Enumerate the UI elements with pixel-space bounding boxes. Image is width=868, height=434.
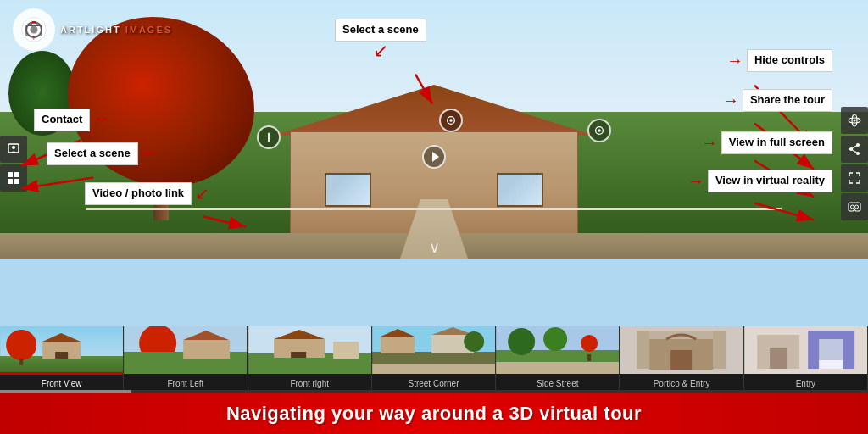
pano-bg-front-view bbox=[0, 326, 123, 374]
vr-button[interactable] bbox=[841, 193, 868, 220]
hotspot-left[interactable] bbox=[257, 125, 281, 149]
svg-rect-45 bbox=[333, 342, 359, 359]
annotation-select-scene-left: Select a scene → bbox=[47, 142, 159, 165]
thumb-img-front-view bbox=[0, 326, 123, 377]
left-controls bbox=[0, 136, 27, 192]
annotation-video-photo: Video / photo link ↙ bbox=[85, 182, 209, 205]
thumbnail-front-left[interactable]: Front Left bbox=[124, 326, 248, 390]
svg-line-17 bbox=[851, 145, 858, 149]
annotation-select-scene-top-label: Select a scene bbox=[335, 19, 426, 42]
gyro-button[interactable] bbox=[841, 107, 868, 134]
app-container: i ARTLIGHT IMAGES bbox=[0, 0, 868, 434]
panorama-area[interactable]: i ARTLIGHT IMAGES bbox=[0, 0, 868, 326]
annotation-contact-label: Contact bbox=[34, 108, 90, 131]
thumbnail-portico-entry[interactable]: Portico & Entry bbox=[620, 326, 743, 390]
annotation-share-tour: Share the tour → bbox=[722, 89, 832, 112]
svg-point-58 bbox=[543, 327, 567, 351]
svg-point-13 bbox=[854, 119, 856, 121]
thumbnail-front-right[interactable]: Front right bbox=[248, 326, 372, 390]
svg-point-53 bbox=[464, 331, 484, 352]
thumb-img-front-right bbox=[248, 326, 371, 377]
annotation-vr: View in virtual reality → bbox=[687, 170, 832, 192]
thumb-label-entry: Entry bbox=[744, 377, 867, 390]
thumb-img-street-corner bbox=[372, 326, 495, 377]
logo-icon: i bbox=[13, 8, 55, 51]
logo-text: ARTLIGHT IMAGES bbox=[60, 25, 172, 35]
thumbnail-street-corner[interactable]: Street Corner bbox=[372, 326, 496, 390]
svg-line-18 bbox=[851, 149, 858, 153]
svg-rect-7 bbox=[8, 172, 13, 177]
hotspot-right[interactable] bbox=[587, 119, 611, 142]
center-hotspot[interactable] bbox=[422, 145, 446, 169]
bottom-chevron[interactable]: ∨ bbox=[429, 238, 440, 257]
thumb-label-side-street: Side Street bbox=[496, 377, 619, 390]
svg-rect-71 bbox=[819, 339, 843, 360]
filmstrip: Front View Front Left bbox=[0, 326, 868, 393]
thumbnail-side-street[interactable]: Side Street bbox=[496, 326, 620, 390]
logo: i ARTLIGHT IMAGES bbox=[13, 8, 172, 51]
hotspot-center-top[interactable] bbox=[439, 108, 463, 132]
svg-point-2 bbox=[31, 26, 38, 34]
svg-rect-56 bbox=[496, 362, 619, 374]
contact-button[interactable] bbox=[0, 136, 27, 163]
svg-rect-65 bbox=[637, 331, 650, 369]
svg-rect-31 bbox=[55, 352, 68, 359]
svg-rect-8 bbox=[14, 172, 19, 177]
svg-text:i: i bbox=[33, 36, 34, 41]
annotation-select-scene-left-label: Select a scene bbox=[47, 142, 138, 165]
house-window-right bbox=[497, 173, 543, 207]
svg-rect-9 bbox=[8, 179, 13, 184]
thumb-label-portico: Portico & Entry bbox=[620, 377, 743, 390]
svg-rect-72 bbox=[819, 360, 843, 369]
svg-marker-21 bbox=[432, 152, 439, 162]
svg-rect-49 bbox=[381, 337, 415, 353]
thumb-img-portico bbox=[620, 326, 743, 377]
right-controls bbox=[841, 107, 868, 220]
svg-rect-33 bbox=[19, 359, 23, 365]
share-button[interactable] bbox=[841, 136, 868, 163]
thumb-img-side-street bbox=[496, 326, 619, 377]
annotation-vr-label: View in virtual reality bbox=[708, 170, 832, 192]
svg-rect-64 bbox=[671, 350, 693, 370]
filmstrip-scrollbar[interactable] bbox=[0, 390, 868, 393]
svg-point-23 bbox=[450, 120, 453, 123]
svg-point-6 bbox=[12, 146, 15, 149]
annotation-hide-controls-label: Hide controls bbox=[747, 49, 832, 72]
thumbnail-entry[interactable]: Entry bbox=[744, 326, 868, 390]
bottom-banner-text: Navigating your way around a 3D virtual … bbox=[226, 403, 642, 425]
svg-point-57 bbox=[508, 328, 535, 355]
filmstrip-scrollbar-thumb[interactable] bbox=[0, 390, 131, 393]
annotation-contact: Contact → bbox=[34, 108, 110, 131]
annotation-share-tour-label: Share the tour bbox=[743, 89, 832, 112]
scenes-button[interactable] bbox=[0, 164, 27, 192]
svg-rect-10 bbox=[14, 179, 19, 184]
svg-rect-3 bbox=[32, 21, 36, 23]
fence bbox=[86, 208, 781, 225]
svg-rect-66 bbox=[714, 331, 726, 369]
thumb-label-front-view: Front View bbox=[0, 377, 123, 390]
svg-point-59 bbox=[581, 335, 598, 352]
thumb-img-entry bbox=[744, 326, 867, 377]
svg-rect-60 bbox=[587, 354, 591, 361]
svg-rect-38 bbox=[183, 340, 230, 359]
svg-point-25 bbox=[598, 129, 601, 132]
svg-rect-48 bbox=[372, 364, 495, 374]
annotation-fullscreen: View in full screen → bbox=[701, 131, 832, 154]
annotation-hide-controls: Hide controls → bbox=[726, 49, 832, 72]
annotation-fullscreen-label: View in full screen bbox=[721, 131, 832, 154]
house-window-left bbox=[325, 173, 371, 207]
svg-rect-44 bbox=[291, 352, 306, 358]
svg-rect-47 bbox=[372, 352, 495, 364]
thumbnails-row: Front View Front Left bbox=[0, 326, 868, 390]
svg-point-32 bbox=[6, 330, 36, 360]
svg-rect-70 bbox=[770, 348, 787, 369]
svg-point-20 bbox=[855, 205, 859, 209]
fullscreen-button[interactable] bbox=[841, 164, 868, 192]
thumb-img-front-left bbox=[124, 326, 247, 377]
annotation-select-scene-top: Select a scene ↙ bbox=[335, 19, 426, 60]
annotation-video-photo-label: Video / photo link bbox=[85, 182, 192, 205]
thumbnail-front-view[interactable]: Front View bbox=[0, 326, 124, 390]
bottom-banner: Navigating your way around a 3D virtual … bbox=[0, 393, 868, 434]
thumb-label-front-left: Front Left bbox=[124, 377, 247, 390]
svg-point-19 bbox=[851, 205, 854, 209]
